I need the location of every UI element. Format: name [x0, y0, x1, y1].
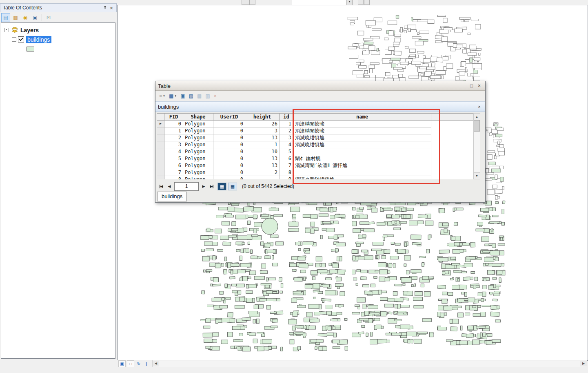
table-cell-id[interactable]: 2: [280, 127, 293, 134]
table-cell-height[interactable]: 1: [245, 141, 280, 148]
scroll-down-icon[interactable]: ▼: [474, 172, 480, 179]
column-header-id[interactable]: id: [280, 113, 293, 121]
collapse-icon[interactable]: [12, 37, 16, 42]
table-cell-shape[interactable]: Polygon: [183, 134, 213, 141]
table-cell-height[interactable]: 3: [245, 127, 280, 134]
tree-node-layers[interactable]: Layers: [1, 25, 115, 35]
table-cell-id[interactable]: 9: [280, 176, 293, 179]
table-cell-shape[interactable]: Polygon: [183, 148, 213, 155]
table-cell-userid[interactable]: 0: [213, 155, 245, 162]
next-record-button[interactable]: ▶: [200, 183, 208, 190]
row-selector[interactable]: [157, 162, 164, 169]
table-cell-height[interactable]: 10: [245, 148, 280, 155]
table-cell-id[interactable]: 6: [280, 155, 293, 162]
row-selector[interactable]: [157, 155, 164, 162]
table-cell-id[interactable]: 3: [280, 134, 293, 141]
scrollbar-thumb[interactable]: [474, 120, 480, 132]
first-record-button[interactable]: ◀: [157, 183, 165, 190]
table-cell-id[interactable]: 8: [280, 169, 293, 176]
show-selected-records-button[interactable]: ▦: [228, 183, 237, 190]
legend-symbol-swatch[interactable]: [27, 47, 34, 51]
data-view-icon[interactable]: ▣: [118, 360, 126, 367]
layers-group-label[interactable]: Layers: [20, 27, 39, 34]
toolbar-button-clipped[interactable]: [364, 0, 370, 5]
scroll-left-icon[interactable]: ◀: [153, 361, 159, 366]
list-by-visibility-icon[interactable]: ◉: [21, 13, 30, 22]
table-cell-shape[interactable]: Polygon: [183, 176, 213, 179]
table-cell-shape[interactable]: Polygon: [183, 141, 213, 148]
table-cell-height[interactable]: 13: [245, 162, 280, 169]
previous-record-button[interactable]: ◀: [165, 183, 173, 190]
layout-view-icon[interactable]: □: [127, 360, 134, 367]
column-header-height[interactable]: height: [245, 113, 280, 121]
table-cell-userid[interactable]: 0: [213, 141, 245, 148]
table-cell-fid[interactable]: 5: [164, 155, 183, 162]
layer-visibility-checkbox[interactable]: [18, 36, 24, 42]
toolbar-button-clipped[interactable]: [358, 0, 364, 5]
current-record-input[interactable]: [174, 182, 199, 191]
column-header-shape[interactable]: Shape: [183, 113, 213, 121]
table-cell-shape[interactable]: Polygon: [183, 155, 213, 162]
table-cell-height[interactable]: 13: [245, 134, 280, 141]
table-cell-shape[interactable]: Polygon: [183, 162, 213, 169]
table-cell-fid[interactable]: 7: [164, 169, 183, 176]
table-cell-fid[interactable]: 8: [164, 176, 183, 179]
column-header-fid[interactable]: FID: [164, 113, 183, 121]
table-window-titlebar[interactable]: Table □ ×: [155, 81, 485, 91]
table-cell-shape[interactable]: Polygon: [183, 121, 213, 127]
row-selector[interactable]: [157, 148, 164, 155]
table-cell-userid[interactable]: 0: [213, 148, 245, 155]
table-cell-fid[interactable]: 6: [164, 162, 183, 169]
table-cell-shape[interactable]: Polygon: [183, 169, 213, 176]
row-selector[interactable]: [157, 176, 164, 179]
buildings-table-tab[interactable]: buildings: [157, 192, 187, 201]
show-all-records-button[interactable]: ▦: [217, 183, 226, 190]
horizontal-scrollbar[interactable]: ◀ ▶: [152, 360, 587, 367]
table-cell-shape[interactable]: Polygon: [183, 127, 213, 134]
switch-selection-icon[interactable]: ▧: [188, 92, 195, 100]
table-cell-id[interactable]: 1: [280, 121, 293, 127]
toc-options-icon[interactable]: ⊡: [44, 13, 53, 22]
table-cell-userid[interactable]: 0: [213, 169, 245, 176]
table-options-button[interactable]: ≡ ▼: [158, 92, 166, 100]
table-cell-fid[interactable]: 2: [164, 134, 183, 141]
table-cell-id[interactable]: 5: [280, 148, 293, 155]
close-table-icon[interactable]: ×: [476, 103, 483, 110]
buildings-layer-label[interactable]: buildings: [26, 36, 51, 43]
collapse-icon[interactable]: [4, 28, 9, 32]
tree-node-buildings[interactable]: buildings: [1, 35, 115, 44]
related-tables-button[interactable]: ▦ ▼: [168, 92, 178, 100]
scroll-right-icon[interactable]: ▶: [580, 361, 587, 366]
table-cell-height[interactable]: [245, 176, 280, 179]
column-header-userid[interactable]: UserID: [213, 113, 245, 121]
refresh-icon[interactable]: ↻: [135, 361, 142, 367]
table-cell-id[interactable]: 4: [280, 141, 293, 148]
tree-node-legend[interactable]: [1, 44, 115, 54]
table-cell-userid[interactable]: 0: [213, 121, 245, 127]
scrollbar-track[interactable]: [159, 361, 580, 366]
pause-drawing-icon[interactable]: ∥: [143, 361, 150, 367]
table-cell-userid[interactable]: 0: [213, 176, 245, 179]
table-cell-height[interactable]: 13: [245, 155, 280, 162]
pin-icon[interactable]: [102, 4, 108, 11]
chevron-down-icon[interactable]: ▼: [346, 0, 353, 5]
row-selector[interactable]: ▶: [157, 121, 164, 127]
list-by-selection-icon[interactable]: ▣: [31, 13, 40, 22]
table-cell-height[interactable]: 2: [245, 169, 280, 176]
table-cell-userid[interactable]: 0: [213, 134, 245, 141]
table-cell-fid[interactable]: 0: [164, 121, 183, 127]
row-selector[interactable]: [157, 141, 164, 148]
list-by-source-icon[interactable]: ▥: [11, 13, 20, 22]
table-cell-id[interactable]: 7: [280, 162, 293, 169]
scale-combobox[interactable]: ▼: [291, 0, 353, 5]
vertical-scrollbar[interactable]: ▲ ▼: [473, 113, 480, 179]
row-selector[interactable]: [157, 134, 164, 141]
close-icon[interactable]: ×: [476, 83, 483, 89]
row-selector[interactable]: [157, 169, 164, 176]
close-icon[interactable]: ×: [108, 4, 115, 11]
table-cell-userid[interactable]: 0: [213, 162, 245, 169]
last-record-button[interactable]: ▶: [208, 183, 216, 190]
table-cell-userid[interactable]: 0: [213, 127, 245, 134]
table-cell-height[interactable]: 26: [245, 121, 280, 127]
toolbar-dropdown-clipped[interactable]: [250, 0, 255, 5]
